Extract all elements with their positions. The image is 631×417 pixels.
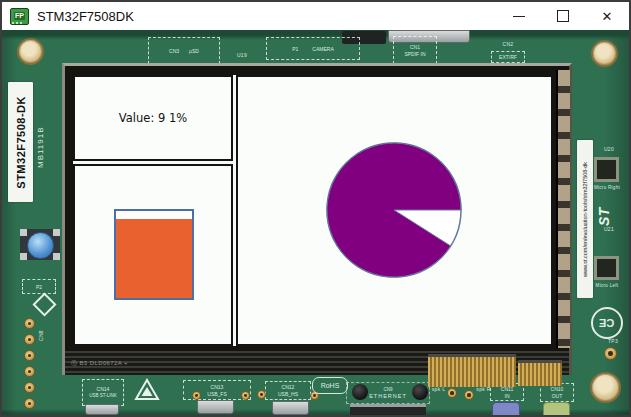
spk-l-test-point xyxy=(447,388,457,398)
cn9-label: CN9 xyxy=(383,387,392,392)
ethernet-connector xyxy=(350,404,426,415)
cn8-pin xyxy=(24,398,35,409)
tp3-label: TP3 xyxy=(601,339,625,345)
maximize-button[interactable] xyxy=(541,2,585,30)
progress-bar xyxy=(114,209,194,300)
value-panel: Value: 9 1% xyxy=(73,75,233,161)
u20-label: U20 xyxy=(597,147,621,153)
button-corner xyxy=(53,253,60,260)
cn13-screw xyxy=(241,391,250,400)
pie-panel xyxy=(236,75,553,346)
touchscreen-edge-strip xyxy=(556,70,570,348)
usd-label: µSD xyxy=(189,48,199,54)
cn1-spdif-label-box: CN1 SPDIF IN xyxy=(393,36,437,64)
cn8-pin xyxy=(24,366,35,377)
rohs-badge: RoHS xyxy=(312,377,348,394)
u21-label: U21 xyxy=(597,227,621,233)
in-label: IN xyxy=(505,393,510,399)
board-name-text: STM32F7508-DK xyxy=(15,96,27,189)
cn12-label-box: CN12 USB_HS xyxy=(265,381,311,400)
board-name-sticker: STM32F7508-DK xyxy=(8,82,33,202)
titlebar[interactable]: FP STM32F7508DK ✕ xyxy=(2,2,629,30)
spdif-in-label: SPDIF IN xyxy=(404,51,425,57)
cn13-label: CN13 xyxy=(211,384,224,390)
cn2-label: CN2 xyxy=(494,42,522,48)
cn14-label: CN14 xyxy=(97,386,110,392)
window-controls: ✕ xyxy=(497,2,629,30)
micro-left-chip xyxy=(594,256,619,280)
u19-label: U19 xyxy=(230,53,254,59)
lcd-flex-ribbon xyxy=(428,354,516,387)
usb-hs-connector xyxy=(272,401,309,415)
pie-value-slice xyxy=(327,143,461,277)
ce-mark-text: CE xyxy=(599,317,614,329)
app-icon-text: FP xyxy=(14,12,25,20)
bar-panel xyxy=(73,164,233,346)
window-title: STM32F7508DK xyxy=(37,9,134,24)
button-cap xyxy=(27,232,54,259)
board-ref-text: MB1191B xyxy=(36,92,45,202)
close-button[interactable]: ✕ xyxy=(585,2,629,30)
button-corner xyxy=(53,229,60,236)
cn8-pin xyxy=(24,382,35,393)
stlink-usb-connector xyxy=(85,404,119,415)
url-text: www.st.com/en/evaluation-tools/stm32f750… xyxy=(582,162,588,277)
usb-stlink-label: USB ST-LINK xyxy=(89,393,117,398)
cn3-usd-label-box: CN3 µSD xyxy=(148,37,220,64)
spk-l-label: spk L xyxy=(430,387,447,393)
tp3-test-point xyxy=(604,347,617,360)
cn9-label-box: CN9 ETHERNET xyxy=(346,382,430,404)
bezel-marking-text: Ⓡ B3 DLD0672A + xyxy=(71,359,128,368)
out-label: OUT xyxy=(552,393,563,399)
cn12-label: CN12 xyxy=(282,384,295,390)
cn8-pin xyxy=(24,350,35,361)
cn8-label: CN8 xyxy=(39,326,45,346)
spk-r-test-point xyxy=(464,390,474,400)
p2-label-box: P2 xyxy=(22,279,56,294)
micro-right-label: Micro Right xyxy=(586,185,628,190)
ce-mark-icon: CE xyxy=(591,307,623,339)
minimize-button[interactable] xyxy=(497,2,541,30)
minimize-icon xyxy=(513,16,525,17)
cn1-label: CN1 xyxy=(410,44,420,50)
cn12-screw xyxy=(257,390,266,399)
rohs-label: RoHS xyxy=(321,382,340,389)
url-sticker: www.st.com/en/evaluation-tools/stm32f750… xyxy=(577,140,593,298)
audio-out-jack xyxy=(543,402,570,415)
cn10-label: CN10 xyxy=(551,386,564,392)
p1-label: P1 xyxy=(292,46,298,52)
screw-hole-top-left xyxy=(17,38,44,65)
dev-board-photo: CN3 µSD U19 P1 CAMERA CN1 SPDIF IN CN2 E… xyxy=(2,30,629,415)
p1-camera-label-box: P1 CAMERA xyxy=(266,37,360,60)
usb-fs-label: USB_FS xyxy=(207,391,226,397)
app-icon: FP xyxy=(10,8,29,25)
p2-label: P2 xyxy=(36,284,42,290)
usb-hs-label: USB_HS xyxy=(278,391,298,397)
screw-hole-top-right xyxy=(591,40,618,67)
triangle-logo-icon xyxy=(134,378,160,402)
simulator-window: FP STM32F7508DK ✕ CN3 µSD U19 P1 CAMERA … xyxy=(0,0,631,417)
camera-label: CAMERA xyxy=(312,46,333,52)
touch-flex-ribbon xyxy=(518,360,562,386)
button-corner xyxy=(20,229,27,236)
button-corner xyxy=(20,253,27,260)
user-button xyxy=(20,229,60,260)
close-icon: ✕ xyxy=(602,10,613,23)
micro-right-chip xyxy=(594,157,619,182)
cn8-pin xyxy=(24,318,35,329)
maximize-icon xyxy=(557,10,569,22)
cn14-label-box: CN14 USB ST-LINK xyxy=(82,379,124,406)
micro-left-label: Micro Left xyxy=(587,283,627,288)
pie-chart xyxy=(238,77,551,344)
cn13-screw xyxy=(192,391,201,400)
lcd-frame: Value: 9 1% Ⓡ B3 DLD0672A + xyxy=(62,63,572,375)
screw-hole-bottom-right xyxy=(590,372,621,403)
ext-rf-label-box: EXT/RF xyxy=(491,51,525,63)
lcd-screen[interactable]: Value: 9 1% xyxy=(73,75,553,346)
cn8-pin xyxy=(24,334,35,345)
diamond-logo-icon xyxy=(32,292,56,316)
progress-bar-fill xyxy=(116,219,192,298)
ethernet-label: ETHERNET xyxy=(369,393,407,400)
ext-rf-label: EXT/RF xyxy=(499,54,517,60)
value-text: Value: 9 1% xyxy=(119,111,187,125)
